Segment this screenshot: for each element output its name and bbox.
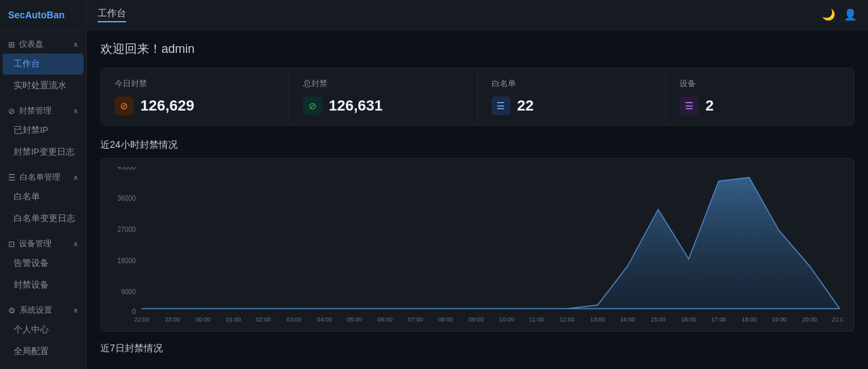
page-title: 工作台 [98, 7, 126, 22]
app-logo: SecAutoBan [0, 0, 86, 31]
sidebar-item-profile[interactable]: 个人中心 [3, 319, 83, 341]
stat-number-device: 2 [705, 97, 713, 115]
sidebar-item-alert-device[interactable]: 告警设备 [3, 253, 83, 274]
stat-card-device: 设备 ☰ 2 [666, 69, 854, 125]
chevron-down-icon: ∧ [73, 174, 78, 181]
sidebar-group-dashboard-header[interactable]: ⊞ 仪表盘 ∧ [0, 33, 86, 53]
theme-toggle-button[interactable]: 🌙 [822, 8, 835, 21]
stat-label-total-ban: 总封禁 [303, 78, 464, 90]
device-icon: ⊡ [8, 239, 15, 249]
svg-text:11:00: 11:00 [529, 316, 544, 323]
svg-text:00:00: 00:00 [195, 316, 210, 323]
svg-text:05:00: 05:00 [347, 316, 362, 323]
stats-row: 今日封禁 ⊘ 126,629 总封禁 ⊘ 126,631 白名单 ☰ 22 [100, 68, 854, 125]
svg-text:36000: 36000 [117, 195, 136, 202]
sidebar-group-settings-label: ⚙ 系统设置 [8, 305, 52, 316]
stat-icon-whitelist: ☰ [492, 96, 511, 115]
svg-text:02:00: 02:00 [256, 316, 271, 323]
svg-text:07:00: 07:00 [408, 316, 423, 323]
svg-text:27000: 27000 [117, 226, 136, 233]
sidebar-item-whitelist-log[interactable]: 白名单变更日志 [3, 208, 83, 229]
svg-text:09:00: 09:00 [469, 316, 484, 323]
sidebar-item-ban-log[interactable]: 封禁IP变更日志 [3, 142, 83, 163]
stat-card-today-ban: 今日封禁 ⊘ 126,629 [101, 69, 290, 125]
stat-number-whitelist: 22 [517, 97, 534, 115]
svg-text:13:00: 13:00 [590, 316, 605, 323]
chart24h-container: 45000 36000 27000 18000 9000 0 [100, 158, 854, 332]
stat-icon-total-ban: ⊘ [303, 96, 322, 115]
sidebar-group-ban-header[interactable]: ⊘ 封禁管理 ∧ [0, 100, 86, 119]
stat-icon-device: ☰ [679, 96, 698, 115]
svg-marker-12 [142, 178, 840, 309]
stat-number-total-ban: 126,631 [329, 97, 383, 115]
chevron-down-icon: ∧ [73, 107, 78, 115]
sidebar-group-whitelist-label: ☰ 白名单管理 [8, 172, 60, 183]
sidebar-item-realtime[interactable]: 实时处置流水 [3, 75, 83, 96]
user-avatar[interactable]: 👤 [844, 8, 857, 21]
sidebar-group-device: ⊡ 设备管理 ∧ 告警设备 封禁设备 [0, 233, 86, 296]
svg-text:23:00: 23:00 [165, 316, 180, 323]
sidebar-group-dashboard: ⊞ 仪表盘 ∧ 工作台 实时处置流水 [0, 33, 86, 97]
topbar-actions: 🌙 👤 [822, 8, 857, 21]
stat-number-today-ban: 126,629 [140, 97, 195, 115]
dashboard-icon: ⊞ [8, 40, 15, 50]
svg-text:22:00: 22:00 [134, 316, 149, 323]
stat-value-whitelist: ☰ 22 [492, 96, 652, 115]
svg-text:21:00: 21:00 [832, 316, 843, 323]
chart24h-title: 近24小时封禁情况 [100, 139, 854, 151]
svg-text:16:00: 16:00 [682, 316, 696, 323]
svg-text:01:00: 01:00 [226, 316, 241, 323]
svg-text:9000: 9000 [121, 288, 136, 296]
svg-text:17:00: 17:00 [711, 316, 726, 323]
stat-card-total-ban: 总封禁 ⊘ 126,631 [290, 69, 478, 125]
stat-label-device: 设备 [679, 78, 840, 90]
svg-text:20:00: 20:00 [802, 316, 817, 323]
topbar: 工作台 🌙 👤 [87, 0, 868, 30]
stat-card-whitelist: 白名单 ☰ 22 [478, 69, 667, 125]
sidebar-group-ban: ⊘ 封禁管理 ∧ 已封禁IP 封禁IP变更日志 [0, 100, 86, 163]
sidebar: SecAutoBan ⊞ 仪表盘 ∧ 工作台 实时处置流水 ⊘ 封禁管理 ∧ 已… [0, 0, 87, 369]
svg-text:04:00: 04:00 [317, 316, 332, 323]
stat-value-today-ban: ⊘ 126,629 [115, 96, 275, 115]
svg-text:18000: 18000 [117, 257, 136, 265]
settings-icon: ⚙ [8, 306, 16, 315]
sidebar-item-whitelist[interactable]: 白名单 [3, 187, 83, 208]
stat-label-whitelist: 白名单 [492, 78, 652, 90]
chart7d-title: 近7日封禁情况 [100, 343, 854, 355]
sidebar-group-settings: ⚙ 系统设置 ∧ 个人中心 全局配置 [0, 299, 86, 363]
svg-text:0: 0 [132, 308, 136, 315]
sidebar-group-device-header[interactable]: ⊡ 设备管理 ∧ [0, 233, 86, 252]
stat-label-today-ban: 今日封禁 [115, 78, 275, 90]
sidebar-item-global-config[interactable]: 全局配置 [3, 341, 83, 362]
svg-text:10:00: 10:00 [499, 316, 514, 323]
stat-value-total-ban: ⊘ 126,631 [303, 96, 464, 115]
sidebar-group-whitelist-header[interactable]: ☰ 白名单管理 ∧ [0, 166, 86, 186]
chevron-down-icon: ∧ [73, 240, 78, 248]
svg-text:06:00: 06:00 [378, 316, 393, 323]
svg-text:08:00: 08:00 [438, 316, 453, 323]
sidebar-item-workbench[interactable]: 工作台 [3, 54, 83, 75]
sidebar-group-device-label: ⊡ 设备管理 [8, 238, 52, 250]
chart24h-svg: 45000 36000 27000 18000 9000 0 [112, 167, 843, 323]
chevron-down-icon: ∧ [73, 41, 78, 48]
svg-text:18:00: 18:00 [742, 316, 757, 323]
sidebar-group-whitelist: ☰ 白名单管理 ∧ 白名单 白名单变更日志 [0, 166, 86, 230]
sidebar-item-ban-device[interactable]: 封禁设备 [3, 275, 83, 296]
sidebar-item-banned-ip[interactable]: 已封禁IP [3, 120, 83, 141]
sidebar-group-settings-header[interactable]: ⚙ 系统设置 ∧ [0, 299, 86, 319]
main-area: 工作台 🌙 👤 欢迎回来！admin 今日封禁 ⊘ 126,629 总封禁 ⊘ [87, 0, 868, 369]
content-area: 欢迎回来！admin 今日封禁 ⊘ 126,629 总封禁 ⊘ 126,631 [87, 30, 868, 369]
ban-icon: ⊘ [8, 106, 15, 116]
sidebar-group-ban-label: ⊘ 封禁管理 [8, 105, 52, 117]
chart24h-area: 45000 36000 27000 18000 9000 0 [112, 167, 843, 323]
sidebar-group-dashboard-label: ⊞ 仪表盘 [8, 39, 43, 50]
stat-icon-today-ban: ⊘ [115, 96, 134, 115]
svg-text:12:00: 12:00 [559, 316, 574, 323]
svg-text:15:00: 15:00 [651, 316, 666, 323]
svg-text:14:00: 14:00 [620, 316, 635, 323]
stat-value-device: ☰ 2 [679, 96, 840, 115]
svg-text:19:00: 19:00 [772, 316, 787, 323]
welcome-message: 欢迎回来！admin [100, 41, 854, 57]
svg-text:45000: 45000 [117, 167, 136, 171]
whitelist-icon: ☰ [8, 173, 16, 182]
